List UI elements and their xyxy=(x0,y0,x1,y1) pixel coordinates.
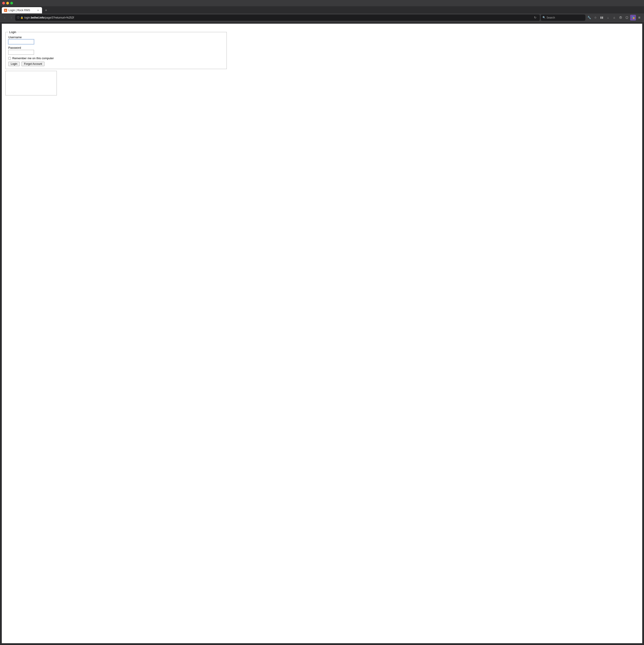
tab-favicon: R xyxy=(4,9,7,12)
browser-window: R Login | Rock RMS ✕ + ‹ › ⓘ 🔒 login.bet… xyxy=(0,0,644,645)
password-group: Password xyxy=(8,46,224,55)
reader-mode-button[interactable] xyxy=(599,15,605,21)
download-button[interactable]: ↓ xyxy=(605,15,611,21)
bookmark-star-button[interactable]: ☆ xyxy=(593,15,598,21)
info-icon: ⓘ xyxy=(17,16,19,19)
login-button[interactable]: Login xyxy=(8,62,20,66)
maximize-button[interactable] xyxy=(10,2,13,4)
menu-button[interactable]: ≡ xyxy=(636,15,642,21)
tab-close-button[interactable]: ✕ xyxy=(36,8,40,12)
title-bar xyxy=(0,0,644,6)
new-tab-button[interactable]: + xyxy=(43,7,49,13)
share-button[interactable] xyxy=(618,15,623,21)
username-label: Username xyxy=(8,35,224,39)
close-button[interactable] xyxy=(2,2,5,4)
remember-row: Remember me on this computer xyxy=(8,56,224,60)
login-fieldset: Login Username Password Remember me on t… xyxy=(5,30,227,69)
forgot-account-button[interactable]: Forgot Account xyxy=(21,62,44,66)
tab-bar: R Login | Rock RMS ✕ + xyxy=(0,6,644,13)
svg-rect-1 xyxy=(602,17,603,19)
remember-checkbox[interactable] xyxy=(8,57,11,60)
active-tab[interactable]: R Login | Rock RMS ✕ xyxy=(2,7,42,13)
extensions-button[interactable]: 🎭 xyxy=(630,15,636,21)
search-icon: 🔍 xyxy=(542,16,545,19)
search-placeholder-text: Search xyxy=(546,16,555,19)
wrench-icon-button[interactable]: 🔧 xyxy=(586,15,592,21)
lock-icon: 🔒 xyxy=(20,16,23,19)
search-bar[interactable]: 🔍 Search xyxy=(541,15,586,21)
shield-button[interactable] xyxy=(624,15,630,21)
password-input[interactable] xyxy=(8,50,34,55)
toolbar-icons: 🔧 ☆ ↓ ⌂ 🎭 ≡ xyxy=(586,15,642,21)
svg-rect-0 xyxy=(600,17,602,19)
remember-label: Remember me on this computer xyxy=(12,56,54,60)
address-bar[interactable]: ⓘ 🔒 login.bethel.info/page/3?returnurl=%… xyxy=(15,15,540,21)
url-text: login.bethel.info/page/3?returnurl=%252f xyxy=(24,16,531,19)
bottom-panel xyxy=(5,71,57,95)
username-group: Username xyxy=(8,35,224,44)
home-button[interactable]: ⌂ xyxy=(611,15,617,21)
back-button[interactable]: ‹ xyxy=(2,15,8,21)
tab-title: Login | Rock RMS xyxy=(8,9,35,12)
address-bar-row: ‹ › ⓘ 🔒 login.bethel.info/page/3?returnu… xyxy=(0,13,644,22)
forward-button[interactable]: › xyxy=(8,15,14,21)
login-legend: Login xyxy=(8,30,17,34)
minimize-button[interactable] xyxy=(6,2,9,4)
page-content: Login Username Password Remember me on t… xyxy=(2,24,642,643)
button-row: Login Forgot Account xyxy=(8,62,224,66)
reload-button[interactable]: ↻ xyxy=(532,15,538,21)
username-input[interactable] xyxy=(8,39,34,44)
password-label: Password xyxy=(8,46,224,49)
